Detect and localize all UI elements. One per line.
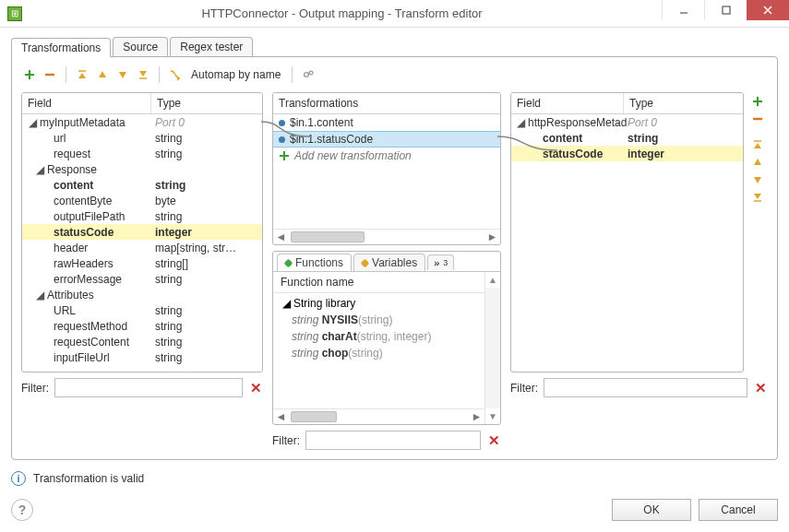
v-scrollbar[interactable]: ▲▼ (484, 272, 500, 424)
svg-marker-22 (754, 143, 761, 148)
titlebar: ⊞ HTTPConnector - Output mapping - Trans… (0, 0, 789, 28)
bullet-icon (279, 120, 285, 126)
left-tree[interactable]: ◢myInputMetadataPort 0 urlstring request… (22, 114, 262, 372)
h-scrollbar[interactable]: ◄► (273, 229, 500, 244)
toolbar: Automap by name (21, 65, 768, 87)
tab-more[interactable]: »3 (427, 254, 454, 270)
transformations-list-panel: Transformations $in.1.content $in.1.stat… (272, 92, 501, 245)
automap-icon[interactable] (167, 66, 184, 83)
app-icon: ⊞ (7, 6, 22, 21)
left-filter-clear-icon[interactable]: ✕ (248, 380, 263, 396)
functions-list[interactable]: ◢String library string NYSIIS(string) st… (273, 293, 484, 408)
svg-marker-8 (78, 73, 86, 78)
svg-marker-10 (119, 72, 126, 78)
transformations-header: Transformations (273, 93, 500, 113)
function-row[interactable]: string charAt(string, integer) (273, 328, 484, 345)
right-side-buttons (749, 92, 768, 372)
settings-icon[interactable] (300, 66, 317, 83)
move-up-icon[interactable] (749, 155, 766, 170)
left-row-statuscode[interactable]: statusCodeinteger (22, 224, 262, 240)
output-fields-panel: Field Type ◢httpResponseMetadPort 0 cont… (510, 92, 744, 372)
move-bottom-icon[interactable] (135, 66, 151, 83)
add-icon[interactable] (21, 66, 38, 83)
remove-icon[interactable] (42, 66, 58, 83)
separator (292, 66, 293, 83)
left-header-field[interactable]: Field (22, 93, 151, 113)
svg-point-14 (305, 73, 309, 77)
dot-icon (361, 258, 370, 267)
plus-icon (279, 150, 290, 161)
info-icon: i (11, 471, 26, 486)
right-filter-input[interactable] (544, 378, 747, 397)
move-top-icon[interactable] (74, 66, 90, 83)
tab-variables[interactable]: Variables (353, 254, 425, 271)
left-header-type[interactable]: Type (151, 93, 262, 113)
right-header-type[interactable]: Type (624, 93, 743, 113)
bullet-icon (279, 136, 285, 143)
svg-marker-11 (139, 71, 147, 77)
left-filter-label: Filter: (21, 382, 49, 395)
separator (159, 66, 160, 83)
functions-panel: Functions Variables »3 Function name ◢St… (272, 251, 501, 425)
move-top-icon[interactable] (749, 137, 766, 152)
svg-point-15 (309, 71, 313, 75)
transformation-row[interactable]: $in.1.content (273, 114, 500, 131)
status-bar: i Transformation is valid (11, 471, 778, 486)
right-row-statuscode[interactable]: statusCodeinteger (511, 146, 743, 161)
mid-filter-input[interactable] (305, 431, 481, 450)
right-filter-clear-icon[interactable]: ✕ (753, 380, 768, 396)
close-button[interactable] (747, 0, 789, 20)
dot-icon (284, 258, 293, 267)
mid-filter-clear-icon[interactable]: ✕ (486, 432, 501, 449)
left-filter-input[interactable] (54, 378, 243, 397)
move-down-icon[interactable] (114, 66, 131, 83)
main-tabs: Transformations Source Regex tester (11, 37, 778, 56)
svg-marker-23 (754, 159, 761, 165)
svg-marker-9 (99, 71, 106, 77)
transformation-row-selected[interactable]: $in.1.statusCode (273, 131, 500, 148)
svg-rect-1 (723, 6, 730, 14)
mid-filter-label: Filter: (272, 434, 300, 447)
right-filter-label: Filter: (510, 382, 538, 395)
add-transformation-row[interactable]: Add new transformation (273, 148, 500, 164)
add-icon[interactable] (749, 94, 766, 109)
ok-button[interactable]: OK (612, 499, 691, 521)
move-up-icon[interactable] (94, 66, 111, 83)
window-title: HTTPConnector - Output mapping - Transfo… (22, 6, 662, 20)
move-down-icon[interactable] (749, 172, 766, 187)
right-header-field[interactable]: Field (511, 93, 624, 113)
h-scrollbar[interactable]: ◄► (273, 408, 484, 424)
svg-marker-13 (177, 76, 180, 81)
function-row[interactable]: string chop(string) (273, 345, 484, 361)
help-button[interactable]: ? (11, 499, 33, 521)
input-fields-panel: Field Type ◢myInputMetadataPort 0 urlstr… (21, 92, 263, 372)
tab-regex-tester[interactable]: Regex tester (170, 37, 253, 56)
svg-marker-24 (754, 177, 761, 183)
minimize-button[interactable] (662, 0, 704, 20)
tab-functions[interactable]: Functions (277, 254, 352, 271)
status-text: Transformation is valid (33, 472, 144, 485)
cancel-button[interactable]: Cancel (699, 499, 778, 521)
function-row[interactable]: string NYSIIS(string) (273, 312, 484, 328)
automap-label[interactable]: Automap by name (187, 68, 284, 81)
remove-icon[interactable] (749, 112, 766, 126)
separator (66, 66, 66, 83)
transformations-panel: Automap by name Field Type ◢myInputMetad… (11, 56, 778, 460)
svg-marker-25 (754, 194, 761, 199)
tab-source[interactable]: Source (113, 37, 168, 56)
move-bottom-icon[interactable] (749, 190, 766, 205)
tab-transformations[interactable]: Transformations (11, 38, 111, 57)
function-name-header: Function name (273, 272, 484, 293)
maximize-button[interactable] (704, 0, 747, 20)
right-tree[interactable]: ◢httpResponseMetadPort 0 contentstring s… (511, 114, 743, 372)
